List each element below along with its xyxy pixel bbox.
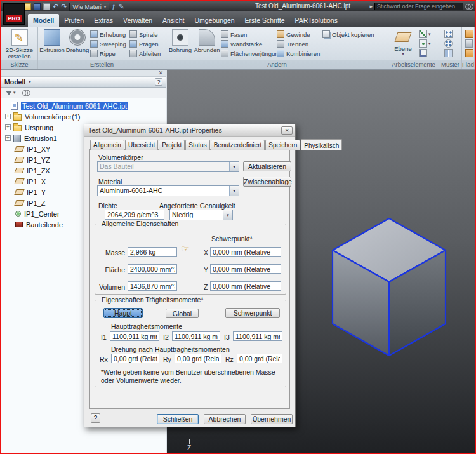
rx-field[interactable] [111, 354, 159, 363]
schwerpunkt-y-field[interactable] [210, 264, 281, 274]
hand-pointer-icon[interactable]: ☞ [181, 243, 189, 255]
spirale-button[interactable]: Spirale [129, 30, 166, 39]
tab-umgebungen[interactable]: Umgebungen [190, 14, 240, 27]
tab-speichern[interactable]: Speichern [265, 140, 300, 150]
panel-label-flaeche[interactable]: Fläche [462, 60, 474, 69]
schwerpunkt-button[interactable]: Schwerpunkt [225, 308, 280, 318]
tab-partsolutions[interactable]: PARTsolutions [290, 14, 343, 27]
panel-label-arbeitselemente[interactable]: Arbeitselemente [388, 60, 439, 69]
circular-pattern-button[interactable] [444, 39, 453, 48]
abbrechen-button[interactable]: Abbrechen [204, 414, 246, 424]
tab-projekt[interactable]: Projekt [159, 140, 185, 150]
schliessen-button[interactable]: Schließen [157, 414, 199, 424]
genauigkeit-select[interactable]: Niedrig ▾ [169, 210, 233, 220]
trennen-button[interactable]: Trennen [277, 39, 322, 48]
objekt-kopieren-button[interactable]: Objekt kopieren [322, 30, 378, 39]
browser-header[interactable]: Modell ▾ ? [1, 77, 166, 88]
expand-arrow-icon[interactable]: ▸ [369, 3, 373, 10]
wandstaerke-button[interactable]: Wandstärke [221, 39, 277, 48]
work-axis-button[interactable]: ▾ [419, 30, 431, 38]
rectangular-pattern-button[interactable] [444, 30, 453, 38]
material-select[interactable]: Aluminum-6061-AHC ▾ [97, 185, 239, 196]
surface-button-3[interactable] [465, 49, 473, 57]
drehung-button[interactable]: Drehung [65, 27, 90, 53]
dichte-field[interactable] [105, 210, 164, 220]
uebernehmen-button[interactable]: Übernehmen [251, 414, 293, 424]
fx-icon[interactable]: ƒ [112, 3, 116, 10]
erhebung-button[interactable]: Erhebung [90, 30, 129, 39]
bohrung-button[interactable]: Bohrung [168, 27, 193, 53]
rz-field[interactable] [237, 354, 282, 363]
print-icon[interactable] [43, 3, 50, 10]
tab-uebersicht[interactable]: Übersicht [125, 140, 158, 150]
pencil-icon[interactable]: ✎ [118, 3, 124, 10]
panel-label-aendern[interactable]: Ändern [166, 60, 388, 69]
tab-pruefen[interactable]: Prüfen [59, 14, 89, 27]
tab-extras[interactable]: Extras [89, 14, 118, 27]
haupt-button[interactable]: Haupt [103, 308, 143, 318]
tab-physikalisch[interactable]: Physikalisch [301, 139, 342, 150]
extrusion-button[interactable]: Extrusion [39, 27, 65, 53]
masse-field[interactable] [128, 247, 177, 257]
expand-icon[interactable]: + [5, 114, 11, 119]
tab-allgemein[interactable]: Allgemein [90, 140, 124, 150]
work-axis-icon [14, 178, 24, 184]
surface-button-2[interactable] [465, 39, 473, 48]
abrunden-button[interactable]: Abrunden [193, 27, 221, 53]
search-icon[interactable] [465, 3, 473, 10]
redo-icon[interactable]: ↷ [61, 3, 67, 10]
global-button[interactable]: Global [166, 309, 199, 318]
search-input[interactable] [374, 3, 463, 10]
kombinieren-button[interactable]: Kombinieren [277, 49, 322, 58]
i3-field[interactable] [233, 331, 282, 341]
flaeche-field[interactable] [128, 264, 177, 274]
surface-button-1[interactable] [465, 30, 473, 38]
ebene-button[interactable]: Ebene ▾ [390, 27, 416, 55]
tab-ansicht[interactable]: Ansicht [157, 14, 189, 27]
close-browser-icon[interactable]: ✕ [158, 70, 163, 77]
schwerpunkt-x-field[interactable] [210, 247, 281, 257]
work-point-button[interactable]: ▾ [419, 39, 431, 48]
mirror-button[interactable] [444, 49, 453, 57]
open-file-icon[interactable] [24, 3, 31, 10]
ry-field[interactable] [175, 354, 221, 363]
tree-item-volumenkoerper[interactable]: + Volumenkörper(1) [1, 111, 166, 122]
expand-icon[interactable]: + [5, 124, 11, 130]
ucs-button[interactable] [419, 49, 431, 57]
tab-erste-schritte[interactable]: Erste Schritte [240, 14, 290, 27]
flaechenverjuengung-button[interactable]: Flächenverjüngung [221, 49, 277, 58]
create-2d-sketch-button[interactable]: ✎ 2D-Skizze erstellen [3, 27, 36, 60]
i1-field[interactable] [110, 331, 159, 341]
rippe-button[interactable]: Rippe [90, 49, 129, 58]
schwerpunkt-z-field[interactable] [210, 281, 281, 291]
expand-icon[interactable]: + [5, 135, 11, 141]
tree-item-root[interactable]: Test Old_Aluminum-6061-AHC.ipt [1, 100, 166, 111]
inventor-logo[interactable]: PRO [3, 3, 25, 25]
panel-label-skizze[interactable]: Skizze [1, 60, 37, 69]
close-icon[interactable]: ✕ [281, 126, 293, 135]
tab-benutzerdefiniert[interactable]: Benutzerdefiniert [211, 140, 265, 150]
i2-field[interactable] [172, 331, 220, 341]
browser-help-icon[interactable]: ? [155, 78, 162, 86]
aktualisieren-button[interactable]: Aktualisieren [243, 161, 291, 171]
panel-label-erstellen[interactable]: Erstellen [38, 60, 166, 69]
material-dropdown[interactable]: Wie Materi ▾ [69, 3, 109, 11]
zwischenablage-button[interactable]: Zwischenablage [243, 177, 291, 187]
ableiten-button[interactable]: Ableiten [129, 49, 166, 58]
praegen-button[interactable]: Prägen [129, 39, 166, 48]
gewinde-button[interactable]: Gewinde [277, 30, 322, 39]
solid-body-select[interactable]: Das Bauteil ▾ [97, 161, 239, 172]
panel-label-muster[interactable]: Muster [439, 60, 461, 69]
save-icon[interactable] [34, 3, 41, 10]
tab-status[interactable]: Status [185, 140, 209, 150]
volumen-field[interactable] [128, 281, 177, 291]
tab-modell[interactable]: Modell [28, 14, 59, 27]
copy-object-icon [322, 30, 330, 38]
filter-icon[interactable]: ▾ [6, 90, 16, 95]
find-icon[interactable] [22, 90, 30, 96]
tab-verwalten[interactable]: Verwalten [118, 14, 157, 27]
dialog-help-icon[interactable]: ? [91, 413, 100, 423]
undo-icon[interactable]: ↶ [53, 3, 58, 10]
fasen-button[interactable]: Fasen [221, 30, 277, 39]
sweeping-button[interactable]: Sweeping [90, 39, 129, 48]
